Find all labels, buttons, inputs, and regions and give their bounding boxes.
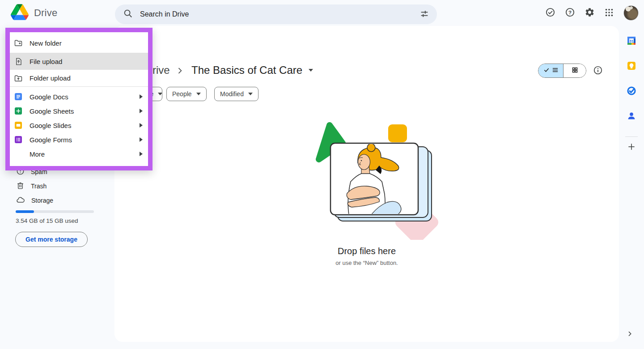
sidebar-item-trash[interactable]: Trash: [13, 179, 104, 193]
drive-logo-icon: [11, 4, 29, 22]
calendar-button[interactable]: 31: [623, 32, 640, 50]
menu-item-label: Folder upload: [30, 74, 71, 82]
account-avatar[interactable]: [623, 5, 639, 21]
submenu-arrow-icon: [140, 94, 143, 99]
breadcrumb-current-folder[interactable]: The Basics of Cat Care: [191, 64, 313, 77]
svg-text:?: ?: [568, 10, 571, 15]
menu-item-more[interactable]: More: [10, 147, 148, 161]
svg-text:31: 31: [629, 38, 634, 43]
help-icon: ?: [565, 7, 575, 19]
submenu-arrow-icon: [140, 123, 143, 128]
submenu-arrow-icon: [140, 152, 143, 156]
dropzone-title: Drop files here: [114, 246, 619, 256]
app-title: Drive: [34, 7, 57, 19]
chevron-down-icon: [196, 93, 201, 95]
menu-item-label: Google Forms: [30, 136, 72, 144]
storage-usage-text: 3.54 GB of 15 GB used: [16, 217, 78, 224]
chip-label: People: [172, 90, 192, 98]
search-input[interactable]: Search in Drive: [140, 10, 415, 18]
help-button[interactable]: ?: [561, 4, 579, 22]
page-title: The Basics of Cat Care: [191, 64, 302, 77]
topbar-actions: ?: [541, 4, 639, 22]
grid-view-button[interactable]: [563, 64, 586, 77]
menu-item-label: New folder: [30, 39, 62, 47]
settings-button[interactable]: [580, 4, 598, 22]
filter-chip-people[interactable]: People: [166, 87, 207, 101]
check-icon: [543, 67, 550, 75]
tasks-icon: [627, 86, 636, 97]
chevron-down-icon: [248, 93, 253, 95]
chevron-down-icon: [158, 93, 162, 95]
drive-brand[interactable]: Drive: [11, 0, 57, 26]
grid-view-icon: [572, 67, 578, 75]
dropzone-subtitle: or use the “New” button.: [114, 260, 619, 266]
google-docs-icon: [14, 92, 23, 101]
new-menu: New folder File upload Folder upload Goo…: [10, 32, 148, 166]
filter-chip-modified[interactable]: Modified: [214, 87, 258, 101]
empty-state-illustration: [304, 118, 438, 240]
google-forms-icon: [14, 135, 23, 144]
tasks-button[interactable]: [623, 82, 640, 100]
add-side-panel-app-button[interactable]: [623, 138, 640, 156]
rail-divider: [625, 136, 638, 137]
search-options-icon: [419, 9, 429, 20]
folder-upload-icon: [14, 74, 23, 83]
sidebar-item-storage[interactable]: Storage: [13, 193, 104, 208]
file-upload-icon: [14, 57, 23, 66]
menu-item-label: Google Sheets: [30, 107, 74, 115]
submenu-arrow-icon: [140, 137, 143, 142]
show-side-panel-button[interactable]: [622, 326, 638, 342]
breadcrumb-chevron-icon: [175, 66, 184, 77]
list-view-button[interactable]: [538, 64, 563, 77]
calendar-icon: 31: [627, 36, 636, 47]
cloud-icon: [16, 196, 25, 206]
google-sheets-icon: [14, 106, 23, 115]
trash-icon: [16, 181, 25, 191]
chevron-right-icon: [626, 329, 633, 340]
search-options-button[interactable]: [415, 5, 433, 23]
google-slides-icon: [14, 121, 23, 130]
menu-item-folder-upload[interactable]: Folder upload: [10, 70, 148, 86]
menu-item-google-docs[interactable]: Google Docs: [10, 89, 148, 104]
keep-icon: [627, 61, 636, 72]
menu-item-label: More: [30, 150, 45, 158]
settings-icon: [585, 7, 595, 19]
new-menu-annotated: New folder File upload Folder upload Goo…: [5, 28, 153, 170]
menu-item-file-upload[interactable]: File upload: [10, 53, 148, 70]
contacts-icon: [627, 111, 636, 122]
view-toggle: [538, 64, 586, 78]
apps-grid-icon: [604, 8, 614, 19]
menu-item-google-sheets[interactable]: Google Sheets: [10, 104, 148, 118]
sidebar-item-label: Storage: [31, 197, 53, 204]
top-bar: Drive Search in Drive ?: [0, 0, 644, 26]
offline-status-icon: [545, 7, 555, 19]
menu-item-google-forms[interactable]: Google Forms: [10, 132, 148, 147]
apps-grid-button[interactable]: [600, 4, 618, 22]
menu-item-label: Google Docs: [30, 93, 68, 101]
get-more-storage-button[interactable]: Get more storage: [15, 232, 88, 247]
chevron-down-icon: [309, 69, 313, 72]
right-side-panel-rail: 31: [619, 26, 644, 342]
drive-content-area: My Drive The Basics of Cat Care Type Peo…: [114, 26, 619, 342]
submenu-arrow-icon: [140, 109, 143, 113]
search-icon: [123, 9, 133, 20]
search-bar[interactable]: Search in Drive: [115, 4, 437, 24]
add-icon: [627, 142, 636, 153]
details-info-button[interactable]: [589, 62, 607, 80]
menu-item-label: Google Slides: [30, 122, 71, 129]
menu-item-google-slides[interactable]: Google Slides: [10, 118, 148, 132]
contacts-button[interactable]: [623, 107, 640, 125]
storage-progress-fill: [16, 210, 34, 213]
keep-button[interactable]: [623, 57, 640, 75]
chip-label: Modified: [220, 90, 244, 98]
sidebar-item-label: Trash: [31, 183, 47, 190]
new-folder-icon: [14, 38, 23, 47]
offline-status-button[interactable]: [541, 4, 559, 22]
info-icon: [593, 65, 603, 77]
storage-progress-track: [16, 210, 94, 213]
menu-item-label: File upload: [30, 58, 62, 65]
menu-item-new-folder[interactable]: New folder: [10, 33, 148, 53]
list-view-icon: [552, 67, 559, 75]
menu-item-icon-placeholder: [14, 149, 23, 158]
